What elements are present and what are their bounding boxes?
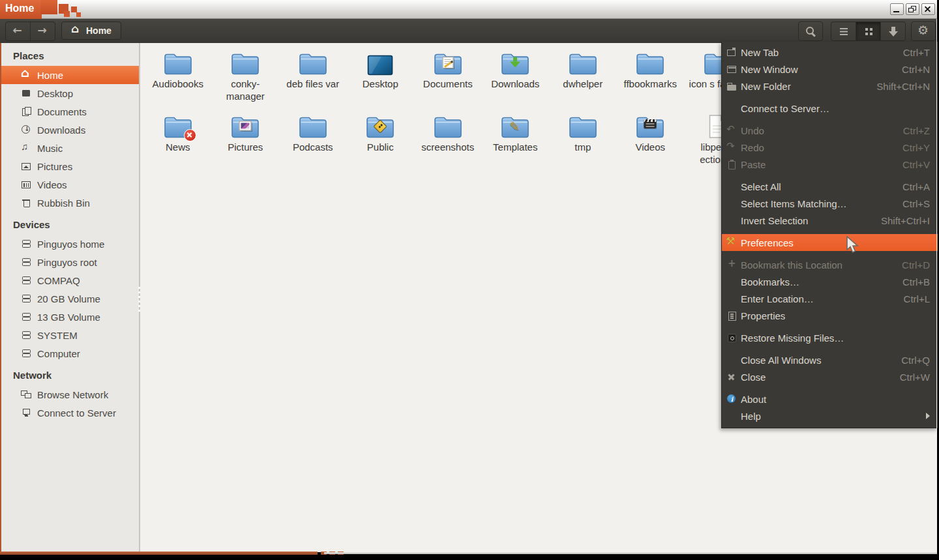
file-tmp[interactable]: tmp [549, 111, 617, 166]
file-item-label: tmp [574, 141, 591, 153]
sidebar-item-connect-to-server[interactable]: Connect to Server [1, 404, 139, 422]
sidebar-section: Devices Pinguyos home Pinguyos root COMP… [1, 212, 139, 362]
sidebar-item-rubbish-bin[interactable]: Rubbish Bin [1, 194, 139, 212]
file-pictures[interactable]: Pictures [212, 111, 280, 166]
grid-view-button[interactable] [856, 22, 880, 40]
sidebar-item-downloads[interactable]: Downloads [1, 121, 139, 139]
sidebar-item-documents[interactable]: Documents [1, 102, 139, 121]
restore-button[interactable] [906, 3, 919, 15]
file-news[interactable]: News [144, 111, 212, 166]
sidebar-item-videos[interactable]: Videos [1, 175, 139, 194]
file-item-label: News [166, 141, 190, 153]
file-screenshots[interactable]: screenshots [414, 111, 482, 166]
sidebar-item-label: Computer [37, 348, 80, 359]
file-public[interactable]: Public [347, 111, 415, 166]
sidebar-item-home[interactable]: Home [1, 66, 139, 84]
breadcrumb-home-button[interactable]: Home [61, 22, 121, 40]
sort-down-button[interactable] [880, 22, 905, 40]
menu-item-label: Bookmarks… [741, 276, 799, 287]
sidebar-item-label: Connect to Server [37, 407, 116, 419]
menu-item-label: Select Items Matching… [741, 198, 847, 209]
sidebar-item-icon [21, 143, 31, 153]
sidebar-item-computer[interactable]: Computer [1, 344, 139, 362]
file-deb-files-var[interactable]: deb files var [279, 48, 347, 102]
sidebar-item-icon [21, 125, 31, 135]
sidebar-item-pictures[interactable]: Pictures [1, 157, 139, 175]
file-dwhelper[interactable]: dwhelper [549, 48, 617, 102]
sidebar-item-browse-network[interactable]: Browse Network [1, 385, 139, 404]
minimize-button[interactable] [890, 3, 904, 15]
menu-item-label: New Tab [741, 47, 779, 58]
sidebar-item-20-gb-volume[interactable]: 20 GB Volume [1, 289, 139, 308]
forward-button[interactable] [30, 22, 55, 40]
menu-item-paste[interactable]: Paste Ctrl+V [722, 156, 938, 173]
file-item-label: Audiobooks [153, 78, 203, 90]
menu-item-restore-missing-files[interactable]: Restore Missing Files… [722, 329, 938, 346]
menu-item-new-window[interactable]: New Window Ctrl+N [722, 61, 938, 78]
file-documents[interactable]: Documents [414, 48, 482, 102]
sidebar-item-compaq[interactable]: COMPAQ [1, 271, 139, 289]
menu-item-help[interactable]: Help [722, 407, 938, 424]
menu-item-bookmarks[interactable]: Bookmarks… Ctrl+B [722, 273, 938, 290]
menu-item-redo[interactable]: Redo Ctrl+Y [722, 139, 938, 156]
menu-item-label: Redo [741, 142, 764, 153]
menu-item-connect-to-server[interactable]: Connect to Server… [722, 100, 938, 117]
home-icon [71, 25, 82, 36]
file-conky-manager[interactable]: conky-manager [212, 48, 280, 102]
view-mode-buttons [831, 22, 906, 41]
sidebar-item-music[interactable]: Music [1, 139, 139, 157]
titlebar[interactable]: Home [0, 0, 937, 19]
menu-item-shortcut: Ctrl+T [903, 47, 930, 58]
sidebar-item-desktop[interactable]: Desktop [1, 84, 139, 102]
sidebar-item-icon [21, 198, 31, 208]
undo-icon [726, 125, 737, 136]
menu-item-enter-location[interactable]: Enter Location… Ctrl+L [722, 290, 938, 307]
menu-item-undo[interactable]: Undo Ctrl+Z [722, 122, 938, 139]
sidebar-item-icon [21, 389, 31, 400]
sidebar-item-icon [21, 330, 31, 340]
menu-item-icon [726, 293, 737, 304]
window-controls [888, 3, 935, 15]
sidebar-item-system[interactable]: SYSTEM [1, 326, 139, 344]
menu-item-invert-selection[interactable]: Invert Selection Shift+Ctrl+I [722, 212, 938, 229]
file-templates[interactable]: Templates [482, 111, 550, 166]
options-menu-button[interactable] [911, 22, 936, 41]
folder-icon [231, 52, 260, 76]
menu-item-close-all-windows[interactable]: Close All Windows Ctrl+Q [722, 351, 938, 368]
sidebar-item-label: 20 GB Volume [37, 293, 100, 304]
close-button[interactable] [921, 3, 935, 15]
file-videos[interactable]: Videos [617, 111, 685, 166]
sidebar-item-label: Downloads [37, 125, 85, 136]
new-tab-icon [726, 47, 737, 57]
toolbar: Home [0, 19, 937, 44]
menu-item-new-tab[interactable]: New Tab Ctrl+T [722, 44, 938, 61]
sidebar-item-pinguyos-root[interactable]: Pinguyos root [1, 253, 139, 271]
menu-item-icon [726, 103, 737, 113]
gear-icon [918, 26, 929, 37]
menu-item-bookmark-this-location[interactable]: Bookmark this Location Ctrl+D [722, 256, 938, 273]
search-button[interactable] [798, 22, 823, 41]
sidebar-item-pinguyos-home[interactable]: Pinguyos home [1, 235, 139, 253]
menu-item-preferences[interactable]: Preferences [722, 234, 938, 251]
sidebar-item-13-gb-volume[interactable]: 13 GB Volume [1, 308, 139, 326]
menu-item-label: Properties [741, 310, 785, 321]
menu-item-select-items-matching[interactable]: Select Items Matching… Ctrl+S [722, 195, 938, 212]
menu-item-properties[interactable]: Properties [722, 307, 938, 324]
file-ffbookmarks[interactable]: ffbookmarks [617, 48, 685, 102]
file-downloads[interactable]: Downloads [482, 48, 550, 102]
file-audiobooks[interactable]: Audiobooks [144, 48, 212, 102]
file-item-label: ffbookmarks [624, 78, 677, 90]
file-desktop[interactable]: Desktop [347, 48, 415, 102]
folder-icon [569, 52, 597, 76]
back-button[interactable] [6, 22, 30, 40]
sidebar-item-label: Home [37, 70, 63, 81]
menu-item-close[interactable]: Close Ctrl+W [722, 368, 938, 385]
menu-item-new-folder[interactable]: New Folder Shift+Ctrl+N [722, 78, 938, 95]
list-view-button[interactable] [831, 22, 856, 40]
file-podcasts[interactable]: Podcasts [279, 111, 347, 166]
menu-item-about[interactable]: About [722, 391, 938, 407]
menu-item-select-all[interactable]: Select All Ctrl+A [722, 178, 938, 195]
window-bottom-border-right [324, 552, 937, 554]
documents-emblem-icon [442, 57, 453, 68]
file-item-label: Pictures [228, 141, 263, 153]
